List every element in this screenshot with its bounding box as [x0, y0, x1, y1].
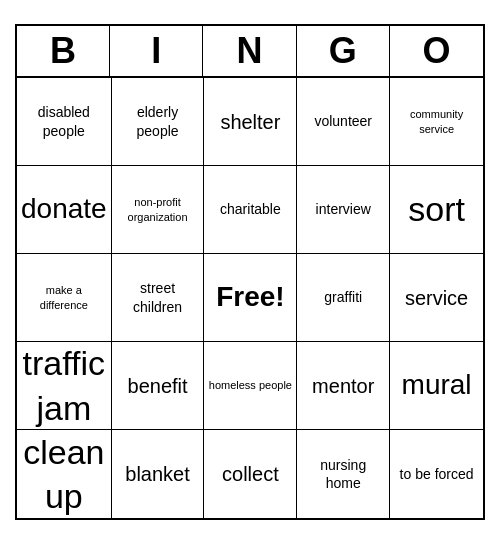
bingo-cell: clean up — [17, 430, 112, 518]
bingo-cell: homeless people — [204, 342, 297, 430]
bingo-cell: non-profit organization — [112, 166, 205, 254]
cell-text: mentor — [312, 373, 374, 399]
bingo-cell: nursing home — [297, 430, 390, 518]
bingo-cell: collect — [204, 430, 297, 518]
cell-text: graffiti — [324, 288, 362, 306]
cell-text: disabled people — [21, 103, 107, 139]
cell-text: clean up — [21, 430, 107, 518]
cell-text: elderly people — [116, 103, 200, 139]
bingo-cell: blanket — [112, 430, 205, 518]
cell-text: sort — [408, 187, 465, 231]
cell-text: benefit — [128, 373, 188, 399]
bingo-cell: volunteer — [297, 78, 390, 166]
bingo-cell: make a difference — [17, 254, 112, 342]
bingo-cell: donate — [17, 166, 112, 254]
bingo-cell: street children — [112, 254, 205, 342]
cell-text: community service — [394, 107, 479, 136]
cell-text: shelter — [220, 109, 280, 135]
bingo-cell: interview — [297, 166, 390, 254]
bingo-cell: traffic jam — [17, 342, 112, 430]
cell-text: traffic jam — [21, 341, 107, 429]
cell-text: non-profit organization — [116, 195, 200, 224]
cell-text: volunteer — [314, 112, 372, 130]
cell-text: street children — [116, 279, 200, 315]
header-letter: O — [390, 26, 483, 76]
bingo-card: BINGO disabled peopleelderly peopleshelt… — [15, 24, 485, 520]
cell-text: nursing home — [301, 456, 385, 492]
bingo-cell: mural — [390, 342, 483, 430]
cell-text: homeless people — [209, 378, 292, 392]
cell-text: charitable — [220, 200, 281, 218]
cell-text: donate — [21, 191, 107, 227]
header-letter: I — [110, 26, 203, 76]
cell-text: Free! — [216, 279, 284, 315]
cell-text: blanket — [125, 461, 190, 487]
bingo-cell: to be forced — [390, 430, 483, 518]
bingo-cell: elderly people — [112, 78, 205, 166]
bingo-cell: disabled people — [17, 78, 112, 166]
bingo-cell: Free! — [204, 254, 297, 342]
bingo-cell: service — [390, 254, 483, 342]
bingo-cell: community service — [390, 78, 483, 166]
cell-text: interview — [316, 200, 371, 218]
cell-text: mural — [402, 367, 472, 403]
bingo-header: BINGO — [17, 26, 483, 78]
header-letter: N — [203, 26, 296, 76]
bingo-cell: mentor — [297, 342, 390, 430]
cell-text: service — [405, 285, 468, 311]
header-letter: B — [17, 26, 110, 76]
cell-text: make a difference — [21, 283, 107, 312]
bingo-cell: shelter — [204, 78, 297, 166]
cell-text: collect — [222, 461, 279, 487]
bingo-grid: disabled peopleelderly peoplesheltervolu… — [17, 78, 483, 518]
bingo-cell: graffiti — [297, 254, 390, 342]
header-letter: G — [297, 26, 390, 76]
cell-text: to be forced — [400, 465, 474, 483]
bingo-cell: charitable — [204, 166, 297, 254]
bingo-cell: benefit — [112, 342, 205, 430]
bingo-cell: sort — [390, 166, 483, 254]
